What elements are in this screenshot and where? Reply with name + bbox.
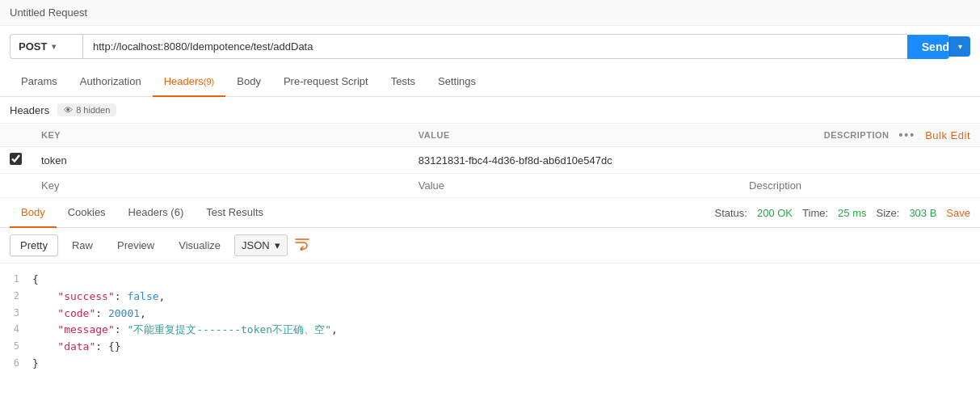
response-tabs: Body Cookies Headers (6) Test Results St…	[0, 198, 980, 228]
placeholder-row	[0, 174, 980, 198]
headers-label: Headers	[10, 104, 49, 116]
row-desc-input[interactable]	[749, 154, 970, 167]
col-key: KEY	[32, 124, 409, 147]
code-line-4: 4 "message": "不能重复提文-------token不正确、空",	[0, 322, 980, 339]
row-key-input[interactable]	[41, 154, 399, 167]
col-description: DESCRIPTION ••• Bulk Edit	[739, 124, 980, 147]
col-checkbox	[0, 124, 32, 147]
tab-body[interactable]: Body	[225, 67, 272, 97]
fmt-preview-button[interactable]: Preview	[107, 234, 165, 256]
row-desc-cell[interactable]	[739, 147, 980, 174]
placeholder-value-input[interactable]	[418, 179, 730, 192]
send-chevron-icon: ▾	[958, 42, 962, 51]
fmt-raw-button[interactable]: Raw	[61, 234, 103, 256]
bulk-edit-button[interactable]: Bulk Edit	[925, 129, 970, 141]
status-label: Status:	[714, 207, 747, 219]
code-line-2: 2 "success": false,	[0, 289, 980, 306]
time-value: 25 ms	[838, 207, 866, 219]
send-arrow-button[interactable]: ▾	[949, 36, 970, 57]
row-value-input[interactable]	[418, 154, 730, 167]
code-line-6: 6 }	[0, 356, 980, 373]
response-tab-cookies[interactable]: Cookies	[57, 198, 117, 228]
hidden-badge: 👁 8 hidden	[57, 103, 116, 116]
tab-pre-request[interactable]: Pre-request Script	[272, 67, 380, 97]
code-area: 1 { 2 "success": false, 3 "code": 20001,…	[0, 264, 980, 381]
more-options-icon[interactable]: •••	[898, 129, 915, 141]
tab-tests[interactable]: Tests	[380, 67, 427, 97]
format-bar: Pretty Raw Preview Visualize JSON ▾	[0, 228, 980, 264]
url-bar: POST ▾ Send ▾	[0, 26, 980, 67]
status-value: 200 OK	[757, 207, 793, 219]
method-select[interactable]: POST ▾	[10, 34, 82, 59]
tab-settings[interactable]: Settings	[427, 67, 487, 97]
code-line-3: 3 "code": 20001,	[0, 306, 980, 323]
headers-section: Headers 👁 8 hidden	[0, 97, 980, 124]
row-checkbox[interactable]	[10, 153, 22, 165]
response-tab-headers[interactable]: Headers (6)	[117, 198, 196, 228]
title-bar: Untitled Request	[0, 0, 980, 26]
response-meta: Status: 200 OK Time: 25 ms Size: 303 B S…	[714, 207, 970, 219]
placeholder-desc-input[interactable]	[749, 179, 970, 192]
row-key-cell[interactable]	[32, 147, 409, 174]
method-chevron-icon: ▾	[52, 42, 56, 51]
tab-authorization[interactable]: Authorization	[69, 67, 153, 97]
eye-icon: 👁	[64, 105, 73, 115]
tab-headers[interactable]: Headers(9)	[153, 67, 226, 97]
placeholder-key-input[interactable]	[41, 179, 399, 192]
col-value: VALUE	[409, 124, 739, 147]
tab-params[interactable]: Params	[10, 67, 69, 97]
fmt-visualize-button[interactable]: Visualize	[168, 234, 231, 256]
time-label: Time:	[802, 207, 828, 219]
request-title: Untitled Request	[10, 6, 87, 19]
size-value: 303 B	[909, 207, 936, 219]
row-checkbox-cell[interactable]	[0, 147, 32, 174]
format-chevron-icon: ▾	[275, 239, 280, 251]
response-tab-body[interactable]: Body	[10, 198, 57, 228]
save-button[interactable]: Save	[946, 207, 970, 219]
send-button[interactable]: Send	[907, 35, 949, 59]
row-value-cell[interactable]	[409, 147, 739, 174]
fmt-pretty-button[interactable]: Pretty	[10, 234, 58, 256]
wrap-icon[interactable]	[294, 236, 310, 255]
format-type-select[interactable]: JSON ▾	[234, 234, 288, 256]
size-label: Size:	[876, 207, 899, 219]
code-line-5: 5 "data": {}	[0, 339, 980, 356]
method-label: POST	[19, 40, 47, 53]
response-tab-test-results[interactable]: Test Results	[195, 198, 275, 228]
url-input[interactable]	[82, 34, 907, 59]
code-line-1: 1 {	[0, 272, 980, 289]
table-row	[0, 147, 980, 174]
headers-table: KEY VALUE DESCRIPTION ••• Bulk Edit	[0, 124, 980, 198]
request-tabs: Params Authorization Headers(9) Body Pre…	[0, 67, 980, 97]
